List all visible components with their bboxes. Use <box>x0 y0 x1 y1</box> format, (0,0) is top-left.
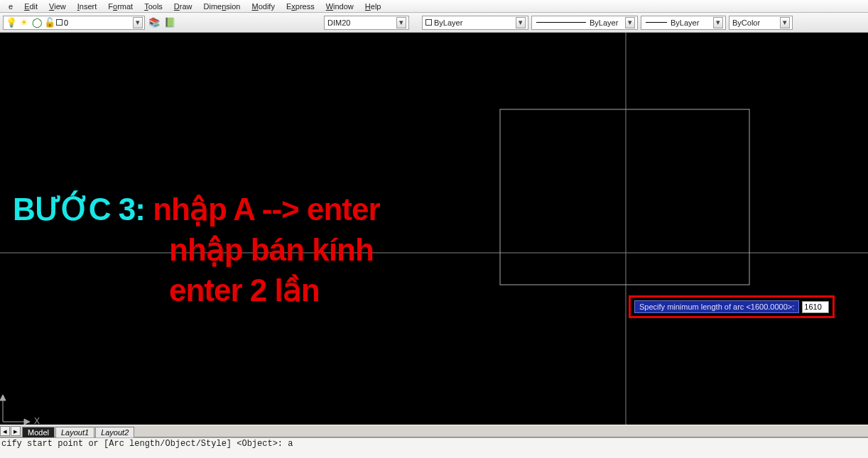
menubar: e Edit View Insert Format Tools Draw Dim… <box>0 0 868 13</box>
menu-insert[interactable]: Insert <box>72 1 103 11</box>
menu-help[interactable]: Help <box>359 1 387 11</box>
menu-express[interactable]: Express <box>281 1 320 11</box>
menu-format[interactable]: Format <box>102 1 139 11</box>
chevron-down-icon[interactable]: ▾ <box>780 17 790 28</box>
sun-icon: ☀ <box>18 16 31 29</box>
menu-tools[interactable]: Tools <box>139 1 168 11</box>
tab-scroll-left[interactable]: ◂ <box>0 426 10 436</box>
instruction-overlay: BƯỚC 3: nhập A --> enter nhập bán kính e… <box>13 189 380 311</box>
properties-toolbar: 💡 ☀ ◯ 🔓 ▾ 📚 📗 DIM20 ▾ ByLayer ▾ ByLayer … <box>0 13 868 33</box>
lightbulb-icon: 💡 <box>5 16 18 29</box>
linetype-combo[interactable]: ByLayer ▾ <box>531 16 638 30</box>
chevron-down-icon[interactable]: ▾ <box>625 17 635 28</box>
lineweight-value: ByLayer <box>671 18 711 27</box>
menu-edit[interactable]: Edit <box>18 1 43 11</box>
dynamic-input-field[interactable] <box>802 301 829 313</box>
svg-marker-5 <box>24 419 30 425</box>
dynamic-input-prompt: Specify minimum length of arc <1600.0000… <box>634 300 799 313</box>
color-swatch-icon <box>425 19 432 26</box>
tab-layout2[interactable]: Layout2 <box>95 427 134 437</box>
plotstyle-combo[interactable]: ByColor ▾ <box>729 16 793 30</box>
svg-marker-6 <box>0 395 6 400</box>
menu-draw[interactable]: Draw <box>168 1 198 11</box>
command-history-line: cify start point or [Arc length/Object/S… <box>1 439 867 449</box>
ucs-x-label: X <box>34 416 40 425</box>
dim-style-value: DIM20 <box>327 18 394 27</box>
dim-style-combo[interactable]: DIM20 ▾ <box>324 16 409 30</box>
lineweight-combo[interactable]: ByLayer ▾ <box>641 16 726 30</box>
tab-scroll-right[interactable]: ▸ <box>11 426 21 436</box>
menu-modify[interactable]: Modify <box>246 1 281 11</box>
chevron-down-icon[interactable]: ▾ <box>713 17 723 28</box>
tab-layout1[interactable]: Layout1 <box>55 427 94 437</box>
chevron-down-icon[interactable]: ▾ <box>133 17 143 28</box>
line-sample-icon <box>536 22 586 23</box>
step-label: BƯỚC 3: <box>13 192 145 227</box>
circle-icon: ◯ <box>31 16 43 29</box>
command-line-area[interactable]: cify start point or [Arc length/Object/S… <box>0 437 868 458</box>
layer-manager-icon[interactable]: 📚 <box>148 16 161 29</box>
tab-model[interactable]: Model <box>22 427 55 437</box>
lock-icon: 🔓 <box>43 16 56 29</box>
menu-dimension[interactable]: Dimension <box>198 1 246 11</box>
instr-line2: nhập bán kính <box>13 232 374 267</box>
color-swatch <box>56 19 63 26</box>
svg-rect-2 <box>500 109 749 285</box>
line-sample-icon <box>646 22 667 23</box>
menu-window[interactable]: Window <box>320 1 359 11</box>
color-combo[interactable]: ByLayer ▾ <box>422 16 528 30</box>
color-value: ByLayer <box>434 18 514 27</box>
chevron-down-icon[interactable]: ▾ <box>396 17 406 28</box>
drawing-canvas[interactable]: X BƯỚC 3: nhập A --> enter nhập bán kính… <box>0 33 868 425</box>
layer-iso-icon[interactable]: 📗 <box>163 16 176 29</box>
layout-tabs: ◂ ▸ Model Layout1 Layout2 <box>0 425 868 437</box>
linetype-value: ByLayer <box>590 18 623 27</box>
menu-file[interactable]: e <box>3 1 18 11</box>
dynamic-input-box: Specify minimum length of arc <1600.0000… <box>629 295 835 318</box>
layer-state-combo[interactable]: 💡 ☀ ◯ 🔓 ▾ <box>3 16 145 30</box>
plotstyle-value: ByColor <box>732 18 778 27</box>
instr-line3: enter 2 lần <box>13 273 320 307</box>
chevron-down-icon[interactable]: ▾ <box>516 17 526 28</box>
instr-line1: nhập A --> enter <box>153 192 379 227</box>
menu-view[interactable]: View <box>43 1 72 11</box>
layer-name-input[interactable] <box>63 18 84 27</box>
